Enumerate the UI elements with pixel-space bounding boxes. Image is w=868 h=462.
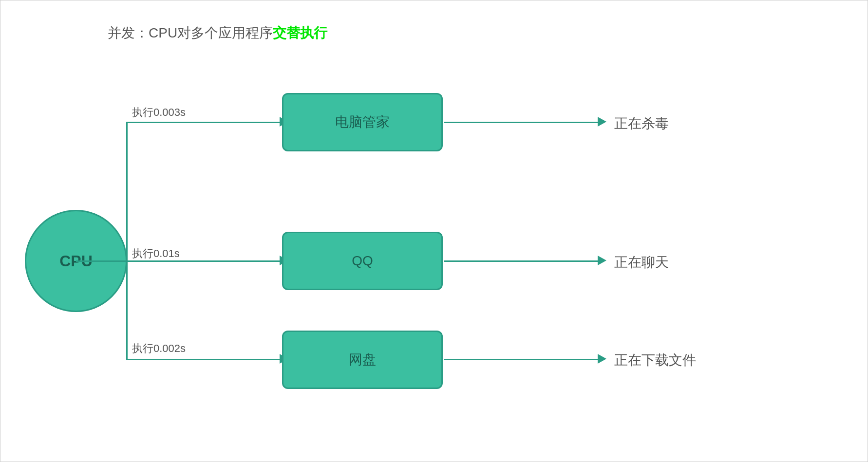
app-label-0: 电脑管家 xyxy=(335,113,390,131)
h-line-top xyxy=(126,122,282,123)
vertical-connector-line xyxy=(126,122,128,360)
app-box-qq: QQ xyxy=(282,232,443,290)
title-prefix: 并发：CPU对多个应用程序 xyxy=(108,25,273,40)
status-text-1: 正在聊天 xyxy=(614,253,669,272)
app-box-wangpan: 网盘 xyxy=(282,331,443,389)
arrow-after-bot xyxy=(444,359,600,360)
main-container: 并发：CPU对多个应用程序交替执行 CPU 电脑管家 QQ 网盘 执行0.003… xyxy=(0,0,868,462)
arrow-end-top xyxy=(598,117,606,127)
exec-label-1: 执行0.01s xyxy=(132,246,180,261)
arrow-after-mid xyxy=(444,260,600,262)
title-highlight: 交替执行 xyxy=(273,25,327,40)
arrow-after-top xyxy=(444,122,600,123)
status-text-0: 正在杀毒 xyxy=(614,114,669,133)
app-label-1: QQ xyxy=(352,253,373,269)
h-line-bot xyxy=(126,359,282,360)
arrow-end-mid xyxy=(598,256,606,265)
app-box-diannaoguanjia: 电脑管家 xyxy=(282,93,443,151)
exec-label-2: 执行0.002s xyxy=(132,341,186,356)
title: 并发：CPU对多个应用程序交替执行 xyxy=(108,24,327,42)
status-text-2: 正在下载文件 xyxy=(614,351,696,370)
exec-label-0: 执行0.003s xyxy=(132,105,186,120)
arrow-end-bot xyxy=(598,354,606,364)
app-label-2: 网盘 xyxy=(349,351,376,369)
